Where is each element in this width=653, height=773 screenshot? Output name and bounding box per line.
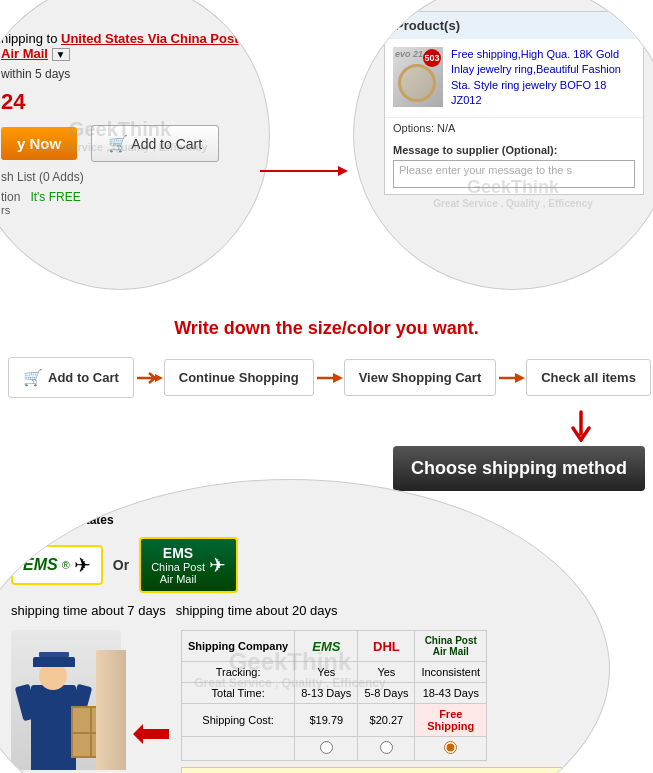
shipping-options-row: EMS ® ✈ Or EMS China Post Air Mail ✈	[11, 537, 571, 593]
badge-503: 503	[423, 49, 441, 67]
col-company: Shipping Company	[182, 631, 295, 662]
courier-illustration	[11, 630, 121, 770]
wish-list-line: sh List (0 Adds)	[1, 170, 241, 184]
label-cost: Shipping Cost:	[182, 704, 295, 737]
shipping-table-wrapper: Shipping Company EMS DHL China PostAir M…	[181, 630, 571, 773]
shipping-table-container: Shipping Company EMS DHL China PostAir M…	[11, 630, 571, 773]
cp-cost: FreeShipping	[415, 704, 487, 737]
protection-line: tion It's FREE	[1, 190, 241, 204]
ems-box[interactable]: EMS ® ✈	[11, 545, 103, 585]
arrow-3	[496, 368, 526, 388]
message-section: Message to supplier (Optional): Please e…	[385, 138, 643, 194]
message-input[interactable]: Please enter your message to the s	[393, 160, 635, 188]
step-add-to-cart-button[interactable]: 🛒 Add to Cart	[8, 357, 134, 398]
steps-row: 🛒 Add to Cart Continue Shopping View Sho…	[0, 347, 653, 408]
dhl-time: 5-8 Days	[358, 683, 415, 704]
circle-left: hipping to United States Via China Post …	[0, 0, 270, 290]
ems-tracking: Yes	[295, 662, 358, 683]
continue-shopping-button[interactable]: Continue Shopping	[164, 359, 314, 396]
shipping-time-row: shipping time about 7 days shipping time…	[11, 603, 571, 618]
ems-time: 8-13 Days	[295, 683, 358, 704]
svg-marker-2	[515, 373, 525, 383]
product-image: evo 21 503	[393, 47, 443, 107]
label-time: Total Time:	[182, 683, 295, 704]
or-text: Or	[113, 557, 129, 573]
left-arrow-icon	[131, 630, 171, 773]
check-all-items-button[interactable]: Check all items	[526, 359, 651, 396]
ems-shipping-time: shipping time about 7 days	[11, 603, 166, 618]
svg-marker-1	[333, 373, 343, 383]
product-header: Product(s)	[385, 12, 643, 39]
down-arrow-container	[0, 410, 653, 442]
cart-icon-step: 🛒	[23, 368, 43, 387]
dhl-radio[interactable]	[380, 741, 393, 754]
ems-cost: $19.79	[295, 704, 358, 737]
view-shopping-cart-button[interactable]: View Shopping Cart	[344, 359, 497, 396]
table-row-radio	[182, 737, 487, 761]
buy-now-button[interactable]: y Now	[1, 127, 77, 160]
ems-logo: EMS	[23, 556, 58, 574]
table-row-tracking: Tracking: Yes Yes Inconsistent	[182, 662, 487, 683]
cp-time: 18-43 Days	[415, 683, 487, 704]
cp-tracking: Inconsistent	[415, 662, 487, 683]
china-post-label: EMS China Post Air Mail	[151, 545, 205, 585]
table-row-cost: Shipping Cost: $19.79 $20.27 FreeShippin…	[182, 704, 487, 737]
plane-icon-ems: ✈	[74, 553, 91, 577]
col-dhl: DHL	[358, 631, 415, 662]
ems-radio[interactable]	[320, 741, 333, 754]
connector-arrow	[260, 170, 340, 172]
product-card: Product(s) evo 21 503 Free shipping,High…	[384, 11, 644, 195]
dropdown-icon[interactable]: ▼	[52, 48, 70, 61]
shipping-line: hipping to United States Via China Post …	[1, 31, 241, 61]
cart-icon: 🛒	[108, 135, 128, 152]
svg-marker-4	[133, 724, 169, 744]
left-circle-content: hipping to United States Via China Post …	[1, 31, 241, 216]
cp-shipping-time: shipping time about 20 days	[176, 603, 338, 618]
dhl-cost: $20.27	[358, 704, 415, 737]
col-china-post: China PostAir Mail	[415, 631, 487, 662]
top-section: hipping to United States Via China Post …	[0, 0, 653, 310]
message-label: Message to supplier (Optional):	[393, 144, 635, 156]
product-options: Options: N/A	[385, 118, 643, 138]
ems-registered: ®	[62, 559, 70, 571]
choose-shipping-box: Choose shipping method	[393, 446, 645, 491]
shipping-prefix: hipping to	[1, 31, 57, 46]
china-post-box[interactable]: EMS China Post Air Mail ✈	[139, 537, 238, 593]
dhl-tracking: Yes	[358, 662, 415, 683]
down-arrow-icon	[569, 410, 593, 442]
bottom-inner: 🇺🇸 United States EMS ® ✈ Or EMS China Po…	[11, 510, 571, 773]
table-row-time: Total Time: 8-13 Days 5-8 Days 18-43 Day…	[182, 683, 487, 704]
plane-icon-cp: ✈	[209, 553, 226, 577]
circle-right: Product(s) evo 21 503 Free shipping,High…	[353, 0, 653, 290]
svg-marker-0	[155, 374, 163, 382]
circle-bottom: 🇺🇸 United States EMS ® ✈ Or EMS China Po…	[0, 479, 610, 773]
product-row: evo 21 503 Free shipping,High Qua. 18K G…	[385, 39, 643, 118]
bottom-section: 🇺🇸 United States EMS ® ✈ Or EMS China Po…	[0, 499, 653, 773]
cp-radio[interactable]	[444, 741, 457, 754]
important-note: ⚠ IMPORTANT: IMPORTANT: China Post Air M…	[181, 767, 571, 773]
product-title: Free shipping,High Qua. 18K Gold Inlay j…	[451, 47, 635, 109]
united-states-row: 🇺🇸 United States	[11, 510, 571, 529]
write-down-text: Write down the size/color you want.	[174, 318, 479, 338]
protection-sub2: rs	[1, 204, 241, 216]
arrow-1	[134, 368, 164, 388]
united-states-label: United States	[37, 513, 114, 527]
label-tracking: Tracking:	[182, 662, 295, 683]
add-to-cart-button[interactable]: 🛒 Add to Cart	[91, 125, 219, 162]
us-flag-icon: 🇺🇸	[11, 510, 31, 529]
col-ems: EMS	[295, 631, 358, 662]
delivery-line: within 5 days	[1, 67, 241, 81]
shipping-table: Shipping Company EMS DHL China PostAir M…	[181, 630, 487, 761]
arrow-2	[314, 368, 344, 388]
write-down-section: Write down the size/color you want.	[0, 310, 653, 347]
price-display: 24	[1, 89, 241, 115]
